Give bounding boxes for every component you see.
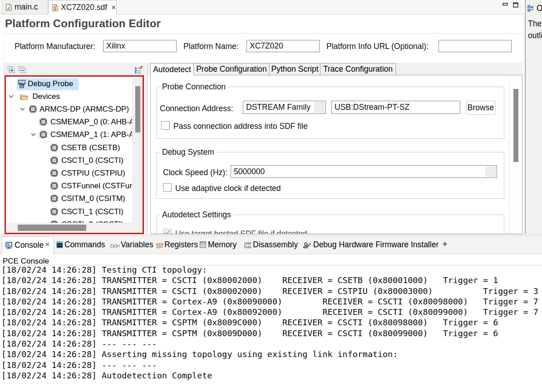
outline-view-title: Outline: [537, 4, 542, 13]
chip-icon: [50, 182, 58, 190]
config-tabfolder: Autodetect Probe Configuration Python Sc…: [148, 63, 522, 234]
chevron-down-icon[interactable]: [20, 108, 25, 111]
tree-item-label: Devices: [33, 92, 60, 101]
tree-vertical-scrollbar[interactable]: [132, 77, 142, 223]
probe-icon: [18, 80, 25, 88]
variables-icon: [110, 243, 120, 248]
firmware-installer-icon: [303, 242, 312, 249]
tree-item-armcs-dp-armcs-dp[interactable]: ARMCS-DP (ARMCS-DP): [6, 103, 132, 116]
autodetect-settings-legend: Autodetect Settings: [160, 210, 233, 220]
view-tab-variables[interactable]: Variables: [110, 236, 151, 254]
browse-button[interactable]: Browse: [466, 101, 496, 115]
chip-icon: [50, 157, 58, 164]
probe-connection-legend: Probe Connection: [160, 82, 228, 92]
outline-message: There is no active editor that provides …: [528, 19, 542, 29]
platform-manufacturer-label: Platform Manufacturer:: [15, 42, 95, 51]
combo-dropdown-button[interactable]: [485, 166, 496, 177]
editor-tab-main-c[interactable]: main.c: [2, 0, 48, 14]
debug-system-group: Debug System Clock Speed (Hz): 5000000 U…: [156, 152, 504, 199]
tab-probe-configuration[interactable]: Probe Configuration: [194, 63, 270, 75]
tab-autodetect[interactable]: Autodetect: [150, 63, 194, 75]
tree-item-cscti-1-cscti[interactable]: CSCTI_1 (CSCTI): [6, 206, 132, 219]
commands-icon: [56, 241, 63, 248]
view-tab-registers[interactable]: Registers: [156, 236, 198, 254]
tree-item-csetb-csetb[interactable]: CSETB (CSETB): [6, 142, 132, 155]
console-line: [18/02/24 14:26:28] TRANSMITTER = CSCTI …: [1, 286, 542, 296]
outline-icon: [527, 5, 534, 12]
memory-icon: [200, 241, 207, 248]
platform-manufacturer-field[interactable]: Xilinx: [103, 40, 177, 52]
tree-horizontal-scrollbar[interactable]: [6, 223, 142, 233]
clock-speed-combo[interactable]: 5000000: [231, 165, 497, 178]
tab-python-script[interactable]: Python Script: [270, 63, 320, 75]
tree-item-cstpiu-cstpiu[interactable]: CSTPIU (CSTPIU): [6, 167, 132, 180]
view-tab-commands[interactable]: Commands: [56, 236, 107, 254]
use-adaptive-clock-checkbox[interactable]: [163, 183, 172, 192]
add-view-button[interactable]: +: [442, 236, 451, 254]
platform-name-field[interactable]: XC7Z020: [246, 40, 320, 52]
view-menu-button[interactable]: [134, 65, 143, 74]
probe-connection-group: Probe Connection Connection Address: DST…: [156, 87, 504, 139]
combo-dropdown-button[interactable]: [314, 102, 325, 113]
config-vertical-scrollbar[interactable]: [509, 75, 522, 234]
platform-info-url-field[interactable]: [439, 40, 512, 52]
expand-all-button[interactable]: [8, 66, 15, 73]
connection-address-field[interactable]: USB:DStream-PT-SZ: [331, 101, 460, 114]
tree-item-csitm-0-csitm[interactable]: CSITM_0 (CSITM): [6, 193, 132, 206]
view-tab-console[interactable]: Console ×: [2, 236, 54, 254]
tree-hscroll-thumb[interactable]: [18, 225, 86, 231]
chevron-down-icon[interactable]: [9, 95, 14, 98]
tree-item-cstfunnel-cstfunnel[interactable]: CSTFunnel (CSTFunnel): [6, 180, 132, 193]
tree-item-debug-probe[interactable]: Debug Probe: [6, 78, 132, 91]
minimize-icon[interactable]: [503, 3, 508, 6]
console-tabbar: Console × Commands Variables Registers M…: [0, 236, 542, 254]
console-panel: Console × Commands Variables Registers M…: [0, 236, 542, 392]
view-tab-memory[interactable]: Memory: [200, 236, 241, 254]
close-view-icon[interactable]: ×: [45, 240, 49, 249]
tree-item-label: CSITM_0 (CSITM): [61, 194, 125, 203]
maximize-icon[interactable]: [513, 2, 518, 8]
view-tab-disassembly[interactable]: Disassembly: [244, 236, 300, 254]
sdf-file-icon: [52, 4, 58, 11]
tab-trace-configuration[interactable]: Trace Configuration: [320, 63, 396, 75]
c-file-icon: [6, 4, 12, 11]
chip-icon: [39, 131, 47, 138]
tree-item-label: CSETB (CSETB): [61, 143, 120, 152]
tree-item-devices[interactable]: Devices: [6, 91, 132, 103]
tree-item-cscti-0-cscti[interactable]: CSCTI_0 (CSCTI): [6, 155, 132, 167]
use-target-hosted-sdf-checkbox[interactable]: [163, 229, 172, 234]
platform-name-label: Platform Name:: [183, 42, 239, 51]
console-line: [18/02/24 14:26:28] Asserting missing to…: [1, 349, 542, 359]
device-tree-rows[interactable]: Debug ProbeDevicesARMCS-DP (ARMCS-DP)CSM…: [6, 77, 132, 223]
tree-vscroll-thumb[interactable]: [135, 86, 140, 132]
clock-speed-label: Clock Speed (Hz):: [163, 168, 227, 177]
folder-open-icon: [20, 94, 28, 100]
pass-connection-address-checkbox[interactable]: [161, 121, 170, 130]
tree-item-label: CSTFunnel (CSTFunnel): [61, 181, 132, 191]
tree-item-label: CSCTI_0 (CSCTI): [61, 156, 123, 165]
connection-type-combo[interactable]: DSTREAM Family: [243, 101, 326, 114]
console-line: [18/02/24 14:26:28] TRANSMITTER = Cortex…: [1, 307, 542, 317]
tree-item-csmemap-1-1-apb-ap[interactable]: CSMEMAP_1 (1: APB-AP): [6, 129, 132, 142]
outline-view: Outline There is no active editor that p…: [526, 0, 542, 235]
console-output[interactable]: [18/02/24 14:26:28] Testing CTI topology…: [1, 265, 542, 381]
collapse-all-button[interactable]: [19, 66, 25, 73]
tree-item-label: CSMEMAP_0 (0: AHB-AP): [50, 118, 132, 127]
view-tab-debug-hardware-firmware-installer[interactable]: Debug Hardware Firmware Installer: [303, 236, 440, 254]
outline-message: outline.: [528, 31, 542, 40]
tree-item-label: CSMEMAP_1 (1: APB-AP): [50, 130, 132, 139]
page-title: Platform Configuration Editor: [5, 17, 161, 30]
console-line: [18/02/24 14:26:28] --- --- ---: [1, 360, 542, 370]
tree-item-label: ARMCS-DP (ARMCS-DP): [39, 105, 129, 114]
console-icon: [5, 242, 12, 249]
close-tab-icon[interactable]: ×: [111, 4, 116, 11]
tree-item-cscti-2-cscti[interactable]: CSCTI_2 (CSCTI): [6, 219, 132, 223]
platform-configuration-editor-window: main.c XC7Z020.sdf × Platform Configurat…: [0, 0, 542, 392]
config-vscroll-thumb[interactable]: [513, 89, 518, 162]
editor-tab-label: main.c: [15, 2, 38, 12]
tree-item-label: CSCTI_1 (CSCTI): [61, 207, 123, 216]
editor-tab-xc7z020-sdf[interactable]: XC7Z020.sdf ×: [48, 0, 117, 15]
chevron-down-icon[interactable]: [31, 133, 36, 136]
tree-item-csmemap-0-0-ahb-ap[interactable]: CSMEMAP_0 (0: AHB-AP): [6, 116, 132, 129]
console-line: [18/02/24 14:26:28] TRANSMITTER = CSCTI …: [1, 275, 542, 285]
